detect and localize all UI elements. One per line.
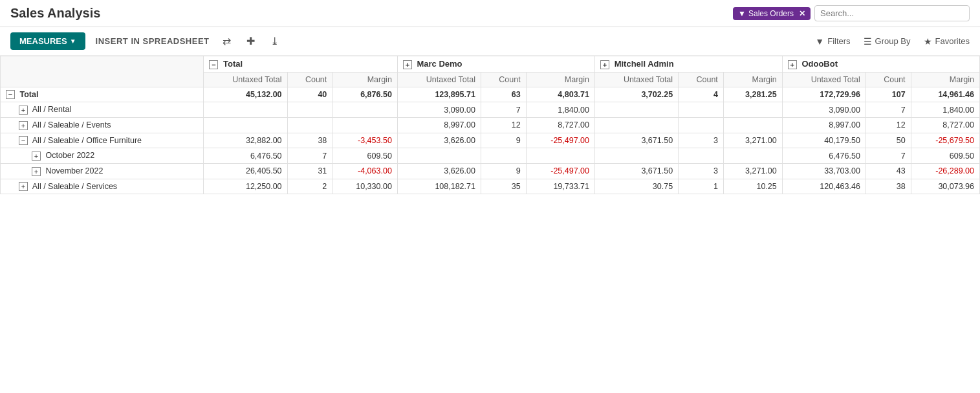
odoo-margin: 3,271.00	[723, 164, 782, 179]
marc-demo-col-header: + Marc Demo	[397, 56, 594, 73]
row-label: + All / Saleable / Events	[1, 117, 204, 133]
marc-untaxed-header: Untaxed Total	[397, 72, 481, 87]
row-label-header	[1, 56, 204, 87]
odoo-untaxed: 30.75	[595, 179, 679, 194]
table-row: − All / Saleable / Office Furniture32,88…	[1, 133, 980, 148]
layers-icon: ☰	[864, 36, 872, 47]
expand-row-icon[interactable]: +	[32, 167, 41, 176]
mitchell-count: 12	[481, 117, 526, 133]
filter-tag-close[interactable]: ✕	[799, 9, 805, 18]
total-count: 12	[866, 117, 911, 133]
marc-margin	[332, 117, 398, 133]
odoo-count: 4	[679, 87, 724, 102]
row-label: + All / Saleable / Services	[1, 179, 204, 194]
expand-row-icon[interactable]: +	[19, 106, 28, 115]
total-margin: 8,727.00	[911, 117, 979, 133]
mitchell-untaxed	[397, 148, 481, 164]
marc-untaxed: 26,405.50	[204, 164, 287, 179]
mitchell-margin: -25,497.00	[526, 133, 594, 148]
odoo-margin	[723, 117, 782, 133]
row-label: − All / Saleable / Office Furniture	[1, 133, 204, 148]
odoo-untaxed: 3,671.50	[595, 133, 679, 148]
expand-mitchell-icon[interactable]: +	[600, 60, 609, 69]
pivot-table-container: − Total + Marc Demo + Mitchell Admin + O…	[0, 56, 980, 194]
total-margin-header: Margin	[332, 72, 398, 87]
marc-count: 7	[287, 148, 332, 164]
total-untaxed: 3,090.00	[782, 102, 866, 118]
total-margin: -25,679.50	[911, 133, 979, 148]
move-icon-button[interactable]: ✚	[244, 34, 257, 49]
mitchell-margin: 8,727.00	[526, 117, 594, 133]
search-area: ▼ Sales Orders ✕	[733, 5, 970, 21]
odoo-margin: 3,271.00	[723, 133, 782, 148]
row-label: + October 2022	[1, 148, 204, 164]
swap-icon-button[interactable]: ⇄	[220, 34, 234, 49]
table-row: + All / Rental3,090.0071,840.003,090.007…	[1, 102, 980, 118]
column-group-row: − Total + Marc Demo + Mitchell Admin + O…	[1, 56, 980, 73]
search-filter-tag[interactable]: ▼ Sales Orders ✕	[733, 7, 811, 20]
total-untaxed: 40,179.50	[782, 133, 866, 148]
odoo-untaxed	[595, 148, 679, 164]
mitchell-margin: 19,733.71	[526, 179, 594, 194]
collapse-row-icon[interactable]: −	[19, 136, 28, 145]
expand-row-icon[interactable]: +	[32, 152, 41, 161]
odoo-count: 1	[679, 179, 724, 194]
odoo-margin: 3,281.25	[723, 87, 782, 102]
mitchell-count: 9	[481, 164, 526, 179]
measures-button[interactable]: MEASURES ▼	[10, 32, 85, 50]
expand-row-icon[interactable]: +	[19, 121, 28, 130]
mitchell-untaxed: 3,626.00	[397, 164, 481, 179]
insert-spreadsheet-button[interactable]: INSERT IN SPREADSHEET	[96, 36, 210, 46]
insert-label: INSERT IN SPREADSHEET	[96, 36, 210, 46]
group-by-button[interactable]: ☰ Group By	[864, 36, 911, 47]
filters-button[interactable]: ▼ Filters	[815, 36, 850, 47]
chevron-down-icon: ▼	[70, 38, 76, 45]
odoo-count-header: Count	[866, 72, 911, 87]
total-margin: 609.50	[911, 148, 979, 164]
collapse-row-icon[interactable]: −	[6, 90, 15, 99]
filter-icon: ▼	[738, 9, 746, 18]
mitchell-count-header: Count	[679, 72, 724, 87]
filter-icon: ▼	[815, 36, 824, 47]
marc-margin-header: Margin	[526, 72, 594, 87]
right-actions: ▼ Filters ☰ Group By ★ Favorites	[815, 36, 970, 47]
total-count-header: Count	[287, 72, 332, 87]
total-margin: 30,073.96	[911, 179, 979, 194]
marc-margin: 609.50	[332, 148, 398, 164]
total-count: 107	[866, 87, 911, 102]
row-label: − Total	[1, 87, 204, 102]
odoo-count: 3	[679, 133, 724, 148]
table-row: + October 20226,476.507609.506,476.50760…	[1, 148, 980, 164]
download-icon-button[interactable]: ⤓	[268, 34, 281, 49]
mitchell-untaxed: 8,997.00	[397, 117, 481, 133]
pivot-table: − Total + Marc Demo + Mitchell Admin + O…	[0, 56, 980, 194]
marc-count	[287, 117, 332, 133]
odoo-margin-header: Margin	[911, 72, 979, 87]
favorites-label: Favorites	[935, 36, 970, 46]
odoobot-col-header: + OdooBot	[782, 56, 979, 73]
total-count: 43	[866, 164, 911, 179]
table-row: + All / Saleable / Services12,250.00210,…	[1, 179, 980, 194]
collapse-total-icon[interactable]: −	[209, 60, 218, 69]
marc-margin	[332, 102, 398, 118]
mitchell-untaxed-header: Untaxed Total	[595, 72, 679, 87]
mitchell-margin: -25,497.00	[526, 164, 594, 179]
table-row: + November 202226,405.5031-4,063.003,626…	[1, 164, 980, 179]
total-untaxed: 120,463.46	[782, 179, 866, 194]
search-input[interactable]	[814, 5, 970, 21]
expand-marc-icon[interactable]: +	[403, 60, 412, 69]
marc-margin: 6,876.50	[332, 87, 398, 102]
marc-count: 2	[287, 179, 332, 194]
total-margin: 14,961.46	[911, 87, 979, 102]
odoo-untaxed-header: Untaxed Total	[782, 72, 866, 87]
odoo-count: 3	[679, 164, 724, 179]
total-untaxed-header: Untaxed Total	[204, 72, 287, 87]
marc-untaxed	[204, 102, 287, 118]
total-col-header: − Total	[204, 56, 397, 73]
row-label: + All / Rental	[1, 102, 204, 118]
expand-odoobot-icon[interactable]: +	[788, 60, 797, 69]
mitchell-untaxed: 3,090.00	[397, 102, 481, 118]
expand-row-icon[interactable]: +	[19, 182, 28, 191]
marc-untaxed: 45,132.00	[204, 87, 287, 102]
favorites-button[interactable]: ★ Favorites	[924, 36, 970, 47]
